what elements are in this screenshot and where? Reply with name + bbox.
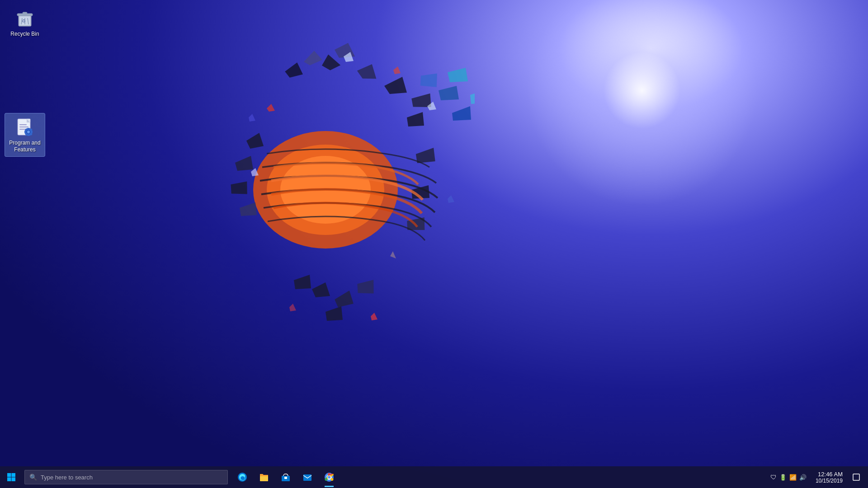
svg-rect-55 xyxy=(19,127,28,127)
svg-marker-6 xyxy=(384,77,407,94)
svg-rect-76 xyxy=(303,474,311,481)
svg-rect-62 xyxy=(24,131,26,132)
svg-marker-12 xyxy=(452,106,471,121)
wallpaper-sphere xyxy=(176,27,475,334)
svg-marker-25 xyxy=(294,275,311,289)
svg-rect-71 xyxy=(12,478,16,482)
program-features-image xyxy=(14,116,36,138)
taskbar-mail[interactable] xyxy=(297,466,318,488)
desktop: ♻ Recycle Bin xyxy=(0,0,868,488)
recycle-bin-image: ♻ xyxy=(14,7,36,29)
svg-text:♻: ♻ xyxy=(22,19,26,23)
svg-marker-13 xyxy=(448,68,468,82)
svg-rect-75 xyxy=(284,477,287,479)
svg-marker-9 xyxy=(284,62,303,78)
program-features-icon[interactable]: Program and Features xyxy=(5,113,45,157)
clock-date: 10/15/2019 xyxy=(816,478,843,484)
start-button[interactable] xyxy=(0,466,23,488)
svg-rect-60 xyxy=(28,128,29,129)
recycle-bin-icon[interactable]: ♻ Recycle Bin xyxy=(5,5,45,41)
taskbar-edge[interactable] xyxy=(231,466,253,488)
svg-point-81 xyxy=(325,478,328,481)
svg-marker-18 xyxy=(240,202,257,216)
search-placeholder-text: Type here to search xyxy=(41,474,93,481)
svg-rect-85 xyxy=(853,474,859,480)
search-bar[interactable]: 🔍 Type here to search xyxy=(24,470,228,484)
svg-marker-20 xyxy=(415,148,435,163)
program-features-label: Program and Features xyxy=(8,140,42,154)
svg-marker-15 xyxy=(246,132,264,149)
svg-marker-24 xyxy=(334,290,354,307)
svg-rect-54 xyxy=(19,124,27,125)
svg-rect-61 xyxy=(28,135,29,136)
svg-rect-68 xyxy=(7,473,11,477)
volume-tray-icon[interactable]: 🔊 xyxy=(799,474,807,481)
recycle-bin-label: Recycle Bin xyxy=(10,31,39,38)
svg-point-80 xyxy=(328,473,330,476)
security-tray-icon[interactable]: 🛡 xyxy=(770,474,777,481)
svg-marker-19 xyxy=(407,112,424,127)
svg-marker-31 xyxy=(448,195,454,203)
taskbar-apps xyxy=(231,466,340,488)
svg-marker-27 xyxy=(326,306,343,321)
wallpaper-glow xyxy=(506,0,778,226)
svg-rect-69 xyxy=(12,473,16,477)
svg-point-84 xyxy=(328,476,330,479)
svg-point-82 xyxy=(331,478,334,481)
network-tray-icon[interactable]: 📶 xyxy=(789,474,797,481)
svg-marker-33 xyxy=(289,304,296,311)
taskbar-file-explorer[interactable] xyxy=(253,466,275,488)
taskbar: 🔍 Type here to search xyxy=(0,466,868,488)
svg-marker-30 xyxy=(249,114,255,122)
battery-tray-icon[interactable]: 🔋 xyxy=(779,474,787,481)
svg-marker-26 xyxy=(357,278,375,294)
svg-marker-17 xyxy=(230,180,248,195)
svg-marker-10 xyxy=(439,86,459,100)
svg-rect-63 xyxy=(31,131,33,132)
tray-icons: 🛡 🔋 📶 🔊 xyxy=(767,474,810,481)
svg-marker-8 xyxy=(335,43,355,58)
svg-marker-40 xyxy=(390,251,396,258)
desktop-icons-area: ♻ Recycle Bin xyxy=(0,0,50,243)
action-center-button[interactable] xyxy=(848,466,864,488)
system-tray: 🛡 🔋 📶 🔊 12:46 AM 10/15/2019 xyxy=(767,466,868,488)
svg-marker-14 xyxy=(470,90,475,104)
svg-marker-29 xyxy=(393,66,401,74)
svg-marker-32 xyxy=(371,313,377,320)
svg-marker-16 xyxy=(235,156,253,171)
svg-marker-28 xyxy=(267,104,275,112)
svg-rect-46 xyxy=(23,12,27,14)
search-icon: 🔍 xyxy=(29,474,37,481)
clock-time: 12:46 AM xyxy=(818,471,843,478)
svg-marker-4 xyxy=(356,62,378,81)
taskbar-store[interactable] xyxy=(275,466,297,488)
svg-marker-5 xyxy=(302,49,323,67)
svg-marker-23 xyxy=(312,282,330,297)
svg-marker-11 xyxy=(420,71,439,88)
svg-rect-56 xyxy=(19,129,26,130)
svg-point-59 xyxy=(27,131,30,133)
svg-rect-70 xyxy=(7,478,11,482)
taskbar-chrome[interactable] xyxy=(318,466,340,488)
system-clock[interactable]: 12:46 AM 10/15/2019 xyxy=(812,471,846,484)
